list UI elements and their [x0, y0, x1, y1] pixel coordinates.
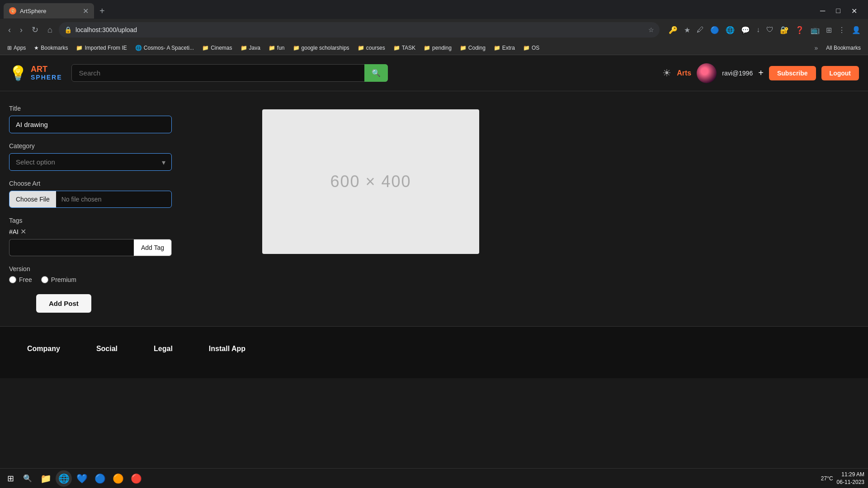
task-icon: 📁 [393, 45, 400, 51]
shield-icon[interactable]: 🛡 [764, 24, 775, 36]
bookmark-scholarships-label: google scholarships [302, 45, 349, 51]
version-premium-radio[interactable] [41, 276, 48, 283]
username-label: ravi@1996 [722, 70, 753, 77]
minimize-button[interactable]: ─ [816, 5, 829, 17]
home-button[interactable]: ⌂ [45, 23, 55, 37]
forward-button[interactable]: › [17, 23, 25, 37]
bookmark-pending[interactable]: 📁 pending [420, 43, 455, 52]
address-input[interactable] [75, 26, 645, 33]
taskbar-temperature: 27°C [821, 475, 833, 482]
plus-icon[interactable]: + [758, 68, 764, 78]
reload-button[interactable]: ↻ [29, 23, 41, 37]
tag-input[interactable] [9, 239, 134, 256]
new-tab-button[interactable]: + [96, 4, 108, 18]
active-tab[interactable]: 🎨 ArtSphere ✕ [4, 3, 94, 19]
version-free-radio[interactable] [9, 276, 16, 283]
tag-ai-remove-button[interactable]: ✕ [20, 228, 26, 235]
extensions-icon[interactable]: 🔑 [667, 24, 679, 36]
bookmarks-more-button[interactable]: » [811, 43, 822, 53]
tags-group: Tags #AI ✕ Add Tag [9, 217, 244, 256]
footer-company: Company [27, 345, 60, 360]
taskbar-date-display: 06-11-2023 [837, 479, 864, 486]
taskbar-chrome[interactable]: 🌐 [56, 470, 72, 487]
arts-link[interactable]: Arts [677, 69, 691, 77]
cinemas-icon: 📁 [202, 45, 209, 51]
profile-icon[interactable]: 👤 [850, 24, 863, 36]
file-input-wrap: Choose File No file chosen [9, 191, 172, 208]
bookmark-apps[interactable]: ⊞ Apps [4, 43, 29, 52]
back-button[interactable]: ‹ [5, 23, 14, 37]
os-icon: 📁 [523, 45, 530, 51]
form-section: Title Category Select option Choose Art … [9, 105, 244, 313]
address-input-wrap: 🔒 ☆ [59, 22, 660, 38]
choose-file-button[interactable]: Choose File [9, 191, 56, 207]
bookmark-os[interactable]: 📁 OS [519, 43, 543, 52]
taskbar-file-explorer[interactable]: 📁 [38, 470, 54, 487]
bookmark-fun[interactable]: 📁 fun [265, 43, 288, 52]
main-content: Title Category Select option Choose Art … [0, 91, 868, 326]
footer: Company Social Legal Install App [0, 326, 868, 378]
start-button[interactable]: ⊞ [4, 472, 18, 485]
download-icon[interactable]: ↓ [755, 24, 762, 36]
bookmark-star-icon[interactable]: ★ [682, 24, 692, 36]
version-label: Version [9, 265, 244, 272]
close-button[interactable]: ✕ [848, 5, 861, 17]
search-input[interactable] [71, 64, 388, 82]
sidebar-icon[interactable]: ⊞ [824, 24, 834, 36]
browser-icon-2[interactable]: 🌐 [724, 24, 736, 36]
tab-favicon: 🎨 [9, 7, 16, 14]
app-header: 💡 ART SPHERE 🔍 ☀ Arts ravi@1996 + Subscr… [0, 55, 868, 91]
avatar-image [697, 63, 717, 83]
taskbar-clock: 11:29 AM 06-11-2023 [837, 471, 864, 486]
all-bookmarks-link[interactable]: All Bookmarks [822, 43, 864, 52]
footer-legal-title: Legal [154, 345, 173, 353]
bookmarks-bar: ⊞ Apps ★ Bookmarks 📁 Imported From IE 🌐 … [0, 41, 868, 55]
menu-icon[interactable]: ⋮ [836, 24, 847, 36]
vpn-icon[interactable]: 🔵 [708, 24, 721, 36]
avatar[interactable] [697, 63, 717, 83]
taskbar-app-1[interactable]: 🔵 [92, 470, 108, 487]
search-button[interactable]: 🔍 [364, 64, 388, 82]
add-post-button[interactable]: Add Post [36, 294, 91, 313]
bookmark-task[interactable]: 📁 TASK [390, 43, 419, 52]
bookmark-os-label: OS [532, 45, 539, 51]
bookmark-java[interactable]: 📁 Java [237, 43, 264, 52]
footer-social-title: Social [96, 345, 118, 353]
add-tag-button[interactable]: Add Tag [134, 239, 172, 256]
star-icon[interactable]: ☆ [648, 26, 654, 33]
bookmark-ie-label: Imported From IE [85, 45, 127, 51]
browser-icon-1[interactable]: 🖊 [695, 24, 706, 36]
maximize-button[interactable]: □ [832, 5, 844, 17]
tag-ai-text: #AI [9, 228, 19, 235]
version-group: Version Free Premium [9, 265, 244, 283]
bookmark-imported-ie[interactable]: 📁 Imported From IE [72, 43, 130, 52]
taskbar-search-button[interactable]: 🔍 [19, 472, 36, 484]
footer-company-title: Company [27, 345, 60, 353]
bookmark-bookmarks[interactable]: ★ Bookmarks [30, 43, 71, 52]
title-input[interactable] [9, 116, 172, 133]
category-select[interactable]: Select option [9, 153, 172, 171]
help-icon[interactable]: ❓ [793, 24, 806, 36]
taskbar-app-3[interactable]: 🔴 [128, 470, 144, 487]
taskbar-app-2[interactable]: 🟠 [110, 470, 126, 487]
cast-icon[interactable]: 📺 [809, 24, 821, 36]
logout-button[interactable]: Logout [821, 66, 859, 80]
extension-icon-2[interactable]: 🔐 [778, 24, 791, 36]
bookmark-extra[interactable]: 📁 Extra [490, 43, 519, 52]
tab-close-button[interactable]: ✕ [83, 7, 89, 15]
subscribe-button[interactable]: Subscribe [769, 66, 816, 80]
header-right: ☀ Arts ravi@1996 + Subscribe Logout [662, 63, 859, 83]
tag-input-wrap: Add Tag [9, 239, 172, 256]
version-free-text: Free [19, 276, 32, 283]
chat-icon[interactable]: 💬 [739, 24, 752, 36]
bookmark-courses[interactable]: 📁 courses [354, 43, 389, 52]
file-name-display: No file chosen [56, 191, 107, 207]
title-group: Title [9, 105, 244, 133]
taskbar-vscode[interactable]: 💙 [74, 470, 90, 487]
bookmark-coding[interactable]: 📁 Coding [456, 43, 489, 52]
theme-toggle-icon[interactable]: ☀ [662, 67, 671, 79]
bookmark-google-scholarships[interactable]: 📁 google scholarships [289, 43, 353, 52]
footer-legal: Legal [154, 345, 173, 360]
bookmark-cinemas[interactable]: 📁 Cinemas [198, 43, 236, 52]
bookmark-cosmos[interactable]: 🌐 Cosmos- A Spaceti... [132, 43, 198, 52]
